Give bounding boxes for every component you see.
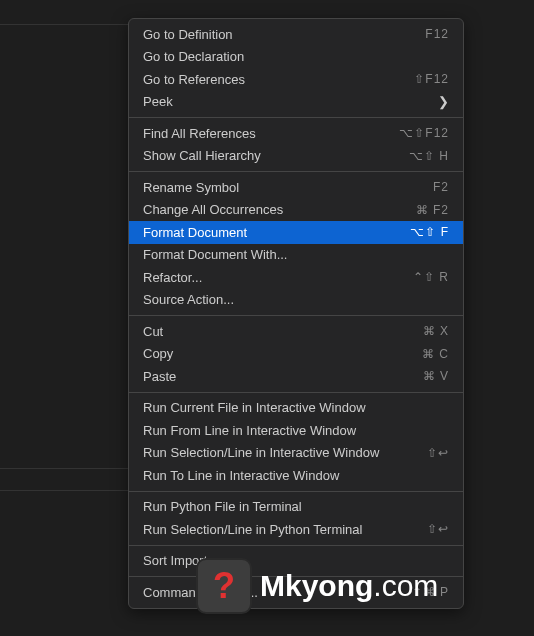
menu-item-format-document-with[interactable]: Format Document With...	[129, 244, 463, 267]
menu-item-shortcut: ⌘ C	[422, 347, 449, 361]
menu-item-label: Go to Definition	[143, 27, 233, 42]
menu-item-shortcut: ⇧↩	[427, 446, 449, 460]
menu-item-label: Rename Symbol	[143, 180, 239, 195]
menu-item-label: Find All References	[143, 126, 256, 141]
menu-separator	[129, 545, 463, 546]
menu-item-label: Run Current File in Interactive Window	[143, 400, 366, 415]
menu-separator	[129, 117, 463, 118]
menu-item-label: Format Document With...	[143, 247, 287, 262]
menu-item-shortcut: ⌘ V	[423, 369, 449, 383]
menu-item-label: Copy	[143, 346, 173, 361]
menu-item-label: Paste	[143, 369, 176, 384]
menu-item-go-to-definition[interactable]: Go to DefinitionF12	[129, 23, 463, 46]
menu-item-run-selection-line-in-interactive-window[interactable]: Run Selection/Line in Interactive Window…	[129, 442, 463, 465]
bg-line	[0, 24, 130, 25]
menu-separator	[129, 392, 463, 393]
menu-separator	[129, 171, 463, 172]
watermark-icon: ?	[196, 558, 252, 614]
menu-item-shortcut: ⌃⇧ R	[413, 270, 449, 284]
menu-item-rename-symbol[interactable]: Rename SymbolF2	[129, 176, 463, 199]
menu-item-shortcut: ⌥⇧ H	[409, 149, 449, 163]
watermark-bold: Mkyong	[260, 569, 373, 603]
menu-item-copy[interactable]: Copy⌘ C	[129, 343, 463, 366]
menu-item-label: Change All Occurrences	[143, 202, 283, 217]
watermark-text: Mkyong .com	[260, 569, 438, 603]
menu-item-run-to-line-in-interactive-window[interactable]: Run To Line in Interactive Window	[129, 464, 463, 487]
menu-item-refactor[interactable]: Refactor...⌃⇧ R	[129, 266, 463, 289]
menu-item-label: Run From Line in Interactive Window	[143, 423, 356, 438]
menu-item-shortcut: ⌘ F2	[416, 203, 449, 217]
question-icon: ?	[213, 565, 235, 607]
menu-separator	[129, 315, 463, 316]
menu-item-label: Go to Declaration	[143, 49, 244, 64]
menu-item-label: Run Selection/Line in Python Terminal	[143, 522, 362, 537]
menu-item-change-all-occurrences[interactable]: Change All Occurrences⌘ F2	[129, 199, 463, 222]
menu-item-label: Cut	[143, 324, 163, 339]
context-menu: Go to DefinitionF12Go to DeclarationGo t…	[128, 18, 464, 609]
menu-item-cut[interactable]: Cut⌘ X	[129, 320, 463, 343]
menu-separator	[129, 491, 463, 492]
chevron-right-icon: ❯	[438, 94, 449, 109]
menu-item-run-selection-line-in-python-terminal[interactable]: Run Selection/Line in Python Terminal⇧↩	[129, 518, 463, 541]
menu-item-go-to-references[interactable]: Go to References⇧F12	[129, 68, 463, 91]
menu-item-label: Show Call Hierarchy	[143, 148, 261, 163]
menu-item-label: Run Python File in Terminal	[143, 499, 302, 514]
bg-line	[0, 468, 130, 469]
menu-item-format-document[interactable]: Format Document⌥⇧ F	[129, 221, 463, 244]
menu-item-shortcut: ⇧F12	[414, 72, 449, 86]
menu-item-label: Run Selection/Line in Interactive Window	[143, 445, 379, 460]
menu-item-label: Source Action...	[143, 292, 234, 307]
menu-item-label: Format Document	[143, 225, 247, 240]
menu-item-run-python-file-in-terminal[interactable]: Run Python File in Terminal	[129, 496, 463, 519]
menu-item-label: Refactor...	[143, 270, 202, 285]
bg-line	[0, 490, 130, 491]
menu-item-find-all-references[interactable]: Find All References⌥⇧F12	[129, 122, 463, 145]
menu-item-source-action[interactable]: Source Action...	[129, 289, 463, 312]
menu-item-shortcut: ⌥⇧F12	[399, 126, 449, 140]
menu-item-go-to-declaration[interactable]: Go to Declaration	[129, 46, 463, 69]
menu-item-peek[interactable]: Peek❯	[129, 91, 463, 114]
menu-item-label: Run To Line in Interactive Window	[143, 468, 339, 483]
menu-item-shortcut: F2	[433, 180, 449, 194]
menu-item-shortcut: ⌥⇧ F	[410, 225, 449, 239]
watermark: ? Mkyong .com	[196, 558, 438, 614]
menu-item-label: Peek	[143, 94, 173, 109]
menu-item-shortcut: ⇧↩	[427, 522, 449, 536]
menu-item-shortcut: F12	[425, 27, 449, 41]
menu-item-run-current-file-in-interactive-window[interactable]: Run Current File in Interactive Window	[129, 397, 463, 420]
menu-item-run-from-line-in-interactive-window[interactable]: Run From Line in Interactive Window	[129, 419, 463, 442]
watermark-light: .com	[373, 569, 438, 603]
menu-item-shortcut: ⌘ X	[423, 324, 449, 338]
menu-item-paste[interactable]: Paste⌘ V	[129, 365, 463, 388]
menu-item-label: Go to References	[143, 72, 245, 87]
menu-item-show-call-hierarchy[interactable]: Show Call Hierarchy⌥⇧ H	[129, 145, 463, 168]
